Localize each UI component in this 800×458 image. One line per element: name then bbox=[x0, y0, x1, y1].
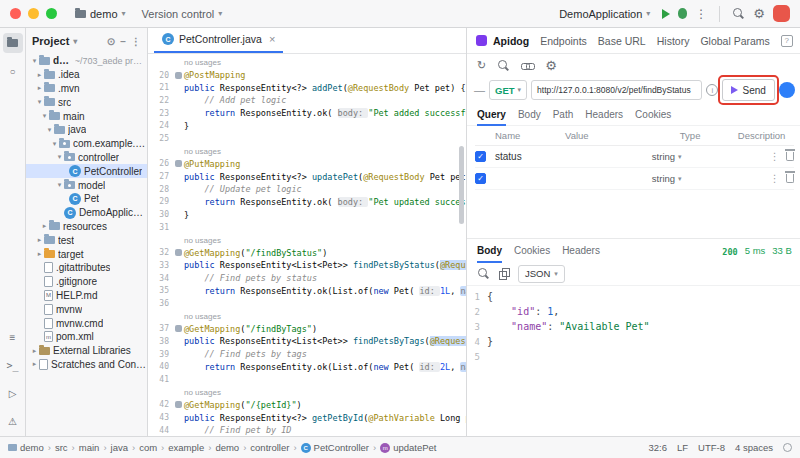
commit-tool-icon[interactable]: ○ bbox=[3, 61, 23, 81]
response-tab-cookies[interactable]: Cookies bbox=[514, 245, 550, 256]
code-line[interactable]: 35 return ResponseEntity.ok(List.of(new … bbox=[148, 284, 466, 297]
collapse-request-icon[interactable]: — bbox=[474, 84, 485, 96]
expand-chevron-icon[interactable]: ▸ bbox=[35, 236, 44, 244]
collapse-chevron-icon[interactable]: ▾ bbox=[55, 153, 64, 161]
more-icon[interactable]: ⋮ bbox=[770, 151, 780, 162]
minimize-window-icon[interactable] bbox=[28, 8, 39, 19]
project-selector[interactable]: demo ▾ bbox=[71, 6, 130, 22]
param-tab-path[interactable]: Path bbox=[553, 109, 574, 120]
tree-item-demo[interactable]: ▾demo~/703_aede project/java/de bbox=[26, 54, 147, 68]
tree-item-resources[interactable]: ▸resources bbox=[26, 220, 147, 234]
copy-icon[interactable] bbox=[499, 268, 509, 279]
problems-tool-icon[interactable]: ⚠ bbox=[3, 411, 23, 431]
more-icon[interactable]: ⋮ bbox=[770, 173, 780, 184]
apidog-tab-apidog[interactable]: Apidog bbox=[493, 35, 529, 47]
breadcrumb-com[interactable]: com bbox=[139, 442, 157, 453]
delete-icon[interactable] bbox=[786, 174, 794, 183]
close-tab-icon[interactable]: × bbox=[269, 33, 275, 45]
code-line[interactable]: 25 bbox=[148, 132, 466, 145]
services-tool-icon[interactable]: ▷ bbox=[3, 383, 23, 403]
tree-item-model[interactable]: ▾model bbox=[26, 178, 147, 192]
tree-item-main[interactable]: ▾main bbox=[26, 109, 147, 123]
debug-icon[interactable] bbox=[678, 8, 687, 19]
code-line[interactable]: 32@GetMapping("/findByStatus") bbox=[148, 246, 466, 259]
code-line[interactable]: 31 bbox=[148, 221, 466, 234]
breadcrumb-src[interactable]: src bbox=[55, 442, 68, 453]
collapse-chevron-icon[interactable]: ▾ bbox=[30, 57, 39, 65]
apidog-tab-endpoints[interactable]: Endpoints bbox=[540, 35, 587, 47]
tree-item-petcontroller[interactable]: CPetController bbox=[26, 164, 147, 178]
code-line[interactable]: 42@GetMapping("/{petId}") bbox=[148, 399, 466, 412]
tree-item-target[interactable]: ▸target bbox=[26, 247, 147, 261]
code-line[interactable]: 20@PostMapping bbox=[148, 69, 466, 82]
tree-item-pom-xml[interactable]: mpom.xml bbox=[26, 330, 147, 344]
code-line[interactable]: no usages bbox=[148, 56, 466, 69]
code-line[interactable]: 29 return ResponseEntity.ok( body: "Pet … bbox=[148, 196, 466, 209]
tree-item-test[interactable]: ▸test bbox=[26, 233, 147, 247]
editor-tab-petcontroller[interactable]: C PetController.java × bbox=[154, 27, 283, 53]
code-line[interactable]: no usages bbox=[148, 310, 466, 323]
code-line[interactable]: 37@GetMapping("/findByTags") bbox=[148, 322, 466, 335]
response-search-icon[interactable] bbox=[477, 267, 490, 280]
panel-more-icon[interactable]: ⋮ bbox=[131, 36, 141, 47]
tree-item--gitignore[interactable]: .gitignore bbox=[26, 275, 147, 289]
status-32-6[interactable]: 32:6 bbox=[648, 442, 667, 453]
code-line[interactable]: no usages bbox=[148, 386, 466, 399]
tree-item-com-example-demo[interactable]: ▾com.example.demo bbox=[26, 137, 147, 151]
param-tab-body[interactable]: Body bbox=[518, 109, 541, 120]
expand-chevron-icon[interactable]: ▸ bbox=[35, 71, 44, 79]
code-line[interactable]: 22 // Add pet logic bbox=[148, 94, 466, 107]
toolbar-settings-icon[interactable]: ⚙ bbox=[545, 59, 557, 72]
tree-item-src[interactable]: ▾src bbox=[26, 95, 147, 109]
expand-chevron-icon[interactable]: ▸ bbox=[40, 222, 49, 230]
collapse-chevron-icon[interactable]: ▾ bbox=[40, 112, 49, 120]
terminal-tool-icon[interactable]: >_ bbox=[3, 355, 23, 375]
delete-icon[interactable] bbox=[786, 152, 794, 161]
method-select[interactable]: GET ▾ bbox=[489, 80, 527, 100]
tree-item--gitattributes[interactable]: .gitattributes bbox=[26, 261, 147, 275]
vcs-widget[interactable]: Version control ▾ bbox=[138, 6, 227, 22]
param-type-select[interactable]: string▾ bbox=[652, 151, 710, 162]
tree-item-java[interactable]: ▾java bbox=[26, 123, 147, 137]
assistant-icon[interactable] bbox=[779, 82, 795, 98]
run-icon[interactable] bbox=[662, 9, 670, 19]
status-4-spaces[interactable]: 4 spaces bbox=[735, 442, 773, 453]
param-checkbox[interactable]: ✓ bbox=[475, 173, 486, 184]
expand-chevron-icon[interactable]: ▸ bbox=[30, 347, 39, 355]
code-line[interactable]: 34 // Find pets by status bbox=[148, 272, 466, 285]
breadcrumb-example[interactable]: example bbox=[168, 442, 204, 453]
maximize-window-icon[interactable] bbox=[46, 8, 57, 19]
code-line[interactable]: 30} bbox=[148, 208, 466, 221]
locate-file-icon[interactable]: ⊙ bbox=[107, 36, 115, 47]
tree-item--mvn[interactable]: ▸.mvn bbox=[26, 82, 147, 96]
code-line[interactable]: 44 // Find pet by ID bbox=[148, 424, 466, 436]
param-tab-query[interactable]: Query bbox=[477, 104, 506, 126]
param-tab-cookies[interactable]: Cookies bbox=[635, 109, 671, 120]
tree-item-external-libraries[interactable]: ▸External Libraries bbox=[26, 344, 147, 358]
tree-item-pet[interactable]: CPet bbox=[26, 192, 147, 206]
search-icon[interactable] bbox=[497, 59, 510, 72]
breadcrumb-main[interactable]: main bbox=[79, 442, 100, 453]
collapse-chevron-icon[interactable]: ▾ bbox=[55, 181, 64, 189]
code-editor[interactable]: no usages20@PostMapping21public Response… bbox=[148, 54, 466, 436]
breadcrumb-java[interactable]: java bbox=[111, 442, 128, 453]
breadcrumb-updatepet[interactable]: mupdatePet bbox=[380, 442, 436, 453]
project-tool-icon[interactable] bbox=[3, 33, 23, 53]
expand-chevron-icon[interactable]: ▸ bbox=[30, 360, 39, 368]
panel-options-icon[interactable]: ? bbox=[781, 35, 793, 47]
code-line[interactable]: 26@PutMapping bbox=[148, 158, 466, 171]
breadcrumb-demo[interactable]: demo bbox=[215, 442, 239, 453]
code-line[interactable]: 39 // Find pets by tags bbox=[148, 348, 466, 361]
project-panel-header[interactable]: Project ▾ ⊙ − ⋮ bbox=[26, 28, 147, 54]
code-line[interactable]: 38public ResponseEntity<List<Pet>> findP… bbox=[148, 335, 466, 348]
code-line[interactable]: no usages bbox=[148, 234, 466, 247]
code-line[interactable]: no usages bbox=[148, 145, 466, 158]
endpoint-gutter-icon[interactable] bbox=[175, 72, 182, 79]
notifications-icon[interactable] bbox=[783, 443, 792, 452]
tree-item-mvnw-cmd[interactable]: mvnw.cmd bbox=[26, 316, 147, 330]
code-line[interactable]: 43public ResponseEntity<?> getPetById(@P… bbox=[148, 411, 466, 424]
more-actions-icon[interactable]: ⋮ bbox=[695, 7, 707, 21]
response-body[interactable]: 1{2 "id": 1,3 "name": "Available Pet"4}5 bbox=[467, 286, 800, 436]
code-line[interactable]: 21public ResponseEntity<?> addPet(@Reque… bbox=[148, 81, 466, 94]
code-line[interactable]: 24} bbox=[148, 119, 466, 132]
